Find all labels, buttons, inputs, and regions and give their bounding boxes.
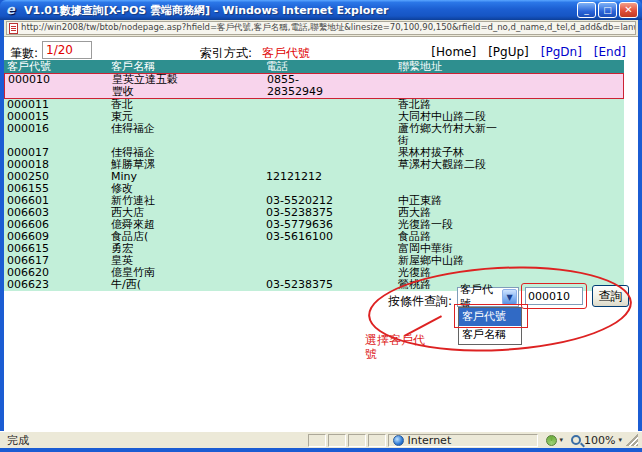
cell-address: 西大路 <box>395 207 624 219</box>
cell-tel <box>263 147 395 159</box>
cell-code: 000010 <box>5 74 109 98</box>
table-row[interactable]: 006606億舜來超03-5779636光復路一段 <box>4 219 624 231</box>
zoom-control[interactable]: 100% ▾ <box>571 434 622 447</box>
table-row[interactable]: 006601新竹連社03-5520212中正東路 <box>4 195 624 207</box>
cell-tel <box>263 123 395 147</box>
status-panel <box>348 434 366 447</box>
phishing-filter-control[interactable]: ▾ <box>546 435 564 446</box>
address-url: http://win2008/tw/btob/nodepage.asp?hfie… <box>21 22 636 34</box>
dropdown-option[interactable]: 客戶名稱 <box>459 326 521 344</box>
table-row[interactable]: 000011香北香北路 <box>4 99 624 111</box>
cell-code: 000017 <box>4 147 108 159</box>
cell-name: 新竹連社 <box>108 195 263 207</box>
caret-down-icon: ▾ <box>560 436 564 444</box>
address-bar: http://win2008/tw/btob/nodepage.asp?hfie… <box>4 20 638 37</box>
cell-name: 香北 <box>108 99 263 111</box>
resize-grip[interactable] <box>626 434 638 446</box>
table-row[interactable]: 000016佳得福企蘆竹鄉大竹村大新一 街 <box>4 123 624 147</box>
cell-tel <box>263 243 395 255</box>
cell-address: 食品路 <box>395 231 624 243</box>
annotation-note: 選擇客戶代號 <box>365 333 431 361</box>
nav-pgdn[interactable]: [PgDn] <box>541 45 582 59</box>
cell-code: 000018 <box>4 159 108 171</box>
cell-name: 佳得福企 <box>108 147 263 159</box>
column-header-name: 客戶名稱 <box>108 60 263 73</box>
cell-name: Miny <box>108 171 263 183</box>
cell-name: 東元 <box>108 111 263 123</box>
status-panel <box>308 434 326 447</box>
window-title: V1.01數據查詢[X-POS 雲端商務網] - Windows Interne… <box>24 3 389 18</box>
cell-code: 006155 <box>4 183 108 195</box>
cell-code: 006609 <box>4 231 108 243</box>
table-row[interactable]: 000018鮮勝草漯草漯村大觀路二段 <box>4 159 624 171</box>
cell-tel <box>263 99 395 111</box>
table-row[interactable]: 006603西大店03-5238375西大路 <box>4 207 624 219</box>
cell-name: 牛/西( <box>108 279 263 291</box>
page-icon <box>9 23 18 34</box>
cell-name: 西大店 <box>108 207 263 219</box>
cell-tel <box>263 267 395 279</box>
cell-code: 006603 <box>4 207 108 219</box>
nav-home: [Home] <box>431 45 476 59</box>
cell-name: 億皇竹南 <box>108 267 263 279</box>
table-row[interactable]: 006615勇宏富岡中華街 <box>4 243 624 255</box>
cell-tel: 03-5238375 <box>263 207 395 219</box>
table-row[interactable]: 000017佳得福企果林村拔子林 <box>4 147 624 159</box>
caret-down-icon: ▾ <box>618 436 622 444</box>
cell-tel <box>263 255 395 267</box>
column-header-code: 客戶代號 <box>4 60 108 73</box>
maximize-button[interactable]: □ <box>598 2 617 18</box>
phishing-filter-icon <box>546 435 557 446</box>
table-row[interactable]: 006609食品店(03-5616100食品路 <box>4 231 624 243</box>
info-bar: 筆數: 1/20 索引方式: 客戶代號 [Home][PgUp][PgDn][E… <box>4 40 634 60</box>
cell-tel: 0855- 28352949 <box>264 74 396 98</box>
cell-code: 006615 <box>4 243 108 255</box>
table-row[interactable]: 000015東元大同村中山路二段 <box>4 111 624 123</box>
zoom-level-value: 100% <box>584 434 615 447</box>
cell-tel: 03-5616100 <box>263 231 395 243</box>
cell-code: 000011 <box>4 99 108 111</box>
status-panel <box>368 434 386 447</box>
close-button[interactable]: ✕ <box>619 2 638 18</box>
table-row[interactable]: 000010皇英立達五穀 豐收0855- 28352949 <box>4 73 624 99</box>
cell-name: 食品店( <box>108 231 263 243</box>
cell-tel <box>263 183 395 195</box>
table-row[interactable]: 006617皇英新屋鄉中山路 <box>4 255 624 267</box>
cell-name: 修改 <box>108 183 263 195</box>
table-row[interactable]: 006155修改 <box>4 183 624 195</box>
column-header-tel: 電話 <box>263 60 395 73</box>
cell-name: 億舜來超 <box>108 219 263 231</box>
browser-window: e V1.01數據查詢[X-POS 雲端商務網] - Windows Inter… <box>0 0 642 452</box>
cell-code: 000016 <box>4 123 108 147</box>
cell-address: 新屋鄉中山路 <box>395 255 624 267</box>
page-content: 筆數: 1/20 索引方式: 客戶代號 [Home][PgUp][PgDn][E… <box>4 37 638 431</box>
column-header-address: 聯繫地址 <box>395 60 624 73</box>
cell-address: 蘆竹鄉大竹村大新一 街 <box>395 123 624 147</box>
cell-name: 皇英立達五穀 豐收 <box>109 74 264 98</box>
cell-address <box>395 183 624 195</box>
cell-code: 000250 <box>4 171 108 183</box>
status-bar: 完成 Internet ▾ 100% ▾ <box>0 431 642 448</box>
cell-tel <box>263 159 395 171</box>
cell-address: 香北路 <box>395 99 624 111</box>
table-header-row: 客戶代號 客戶名稱 電話 聯繫地址 <box>4 60 624 73</box>
cell-address: 草漯村大觀路二段 <box>395 159 624 171</box>
security-zone-panel: Internet <box>388 434 538 447</box>
cell-address: 果林村拔子林 <box>395 147 624 159</box>
cell-address: 大同村中山路二段 <box>395 111 624 123</box>
minimize-button[interactable]: _ <box>577 2 596 18</box>
nav-end[interactable]: [End] <box>594 45 626 59</box>
address-field[interactable]: http://win2008/tw/btob/nodepage.asp?hfie… <box>6 21 636 35</box>
cell-tel: 12121212 <box>263 171 395 183</box>
cell-address: 中正東路 <box>395 195 624 207</box>
cell-code: 006606 <box>4 219 108 231</box>
table-body: 000010皇英立達五穀 豐收0855- 28352949000011香北香北路… <box>4 73 624 291</box>
status-panel <box>328 434 346 447</box>
cell-name: 佳得福企 <box>108 123 263 147</box>
pagination-links: [Home][PgUp][PgDn][End] <box>431 45 626 59</box>
cell-code: 006623 <box>4 279 108 291</box>
cell-address <box>396 74 623 98</box>
table-row[interactable]: 000250Miny12121212 <box>4 171 624 183</box>
magnifier-icon <box>571 435 581 445</box>
cell-address: 富岡中華街 <box>395 243 624 255</box>
